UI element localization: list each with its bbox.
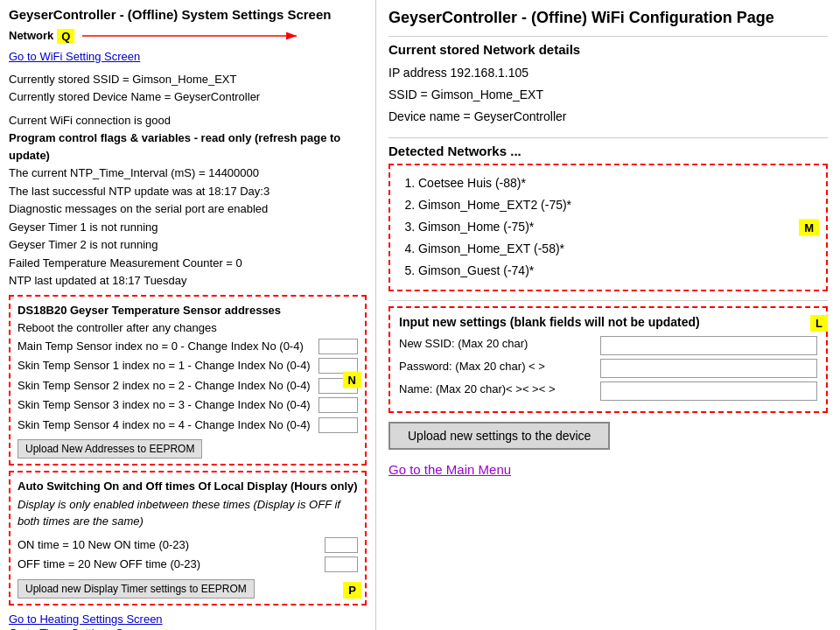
- ssid-line: Currently stored SSID = Gimson_Home_EXT: [9, 71, 367, 88]
- sensor3-input[interactable]: [318, 397, 358, 413]
- ntp-last: NTP last updated at 18:17 Tuesday: [9, 272, 367, 290]
- network-item-3: Gimson_Home (-75)*: [418, 216, 816, 238]
- networks-ol: Coetsee Huis (-88)* Gimson_Home_EXT2 (-7…: [418, 172, 816, 283]
- password-setting-input[interactable]: [600, 359, 817, 378]
- badge-n: N: [343, 372, 361, 388]
- ntp-success: The last successful NTP update was at 18…: [9, 183, 367, 200]
- sensor3-label: Skin Temp Sensor 3 index no = 3 - Change…: [18, 396, 318, 414]
- input-settings-box: L Input new settings (blank fields will …: [388, 306, 828, 413]
- separator-3: [388, 300, 828, 301]
- name-setting-label: Name: (Max 20 char)< >< >< >: [399, 382, 600, 396]
- left-page-title: GeyserController - (Offline) System Sett…: [9, 7, 367, 22]
- auto-switch-subtitle: Display is only enabled inbetween these …: [18, 496, 358, 530]
- device-name-line: Currently stored Device Name = GeyserCon…: [9, 88, 367, 106]
- off-time-input[interactable]: [325, 556, 358, 572]
- detected-section: Detected Networks ... M Coetsee Huis (-8…: [388, 144, 828, 291]
- sensor-main-label: Main Temp Sensor index no = 0 - Change I…: [18, 338, 318, 355]
- networks-list-box: M Coetsee Huis (-88)* Gimson_Home_EXT2 (…: [388, 164, 828, 291]
- input-settings-title: Input new settings (blank fields will no…: [399, 315, 817, 329]
- password-setting-label: Password: (Max 20 char) < >: [399, 360, 600, 373]
- timer2-status: Geyser Timer 2 is not running: [9, 236, 367, 254]
- network-item-5: Gimson_Guest (-74)*: [418, 260, 816, 282]
- network-item-1: Coetsee Huis (-88)*: [418, 172, 816, 194]
- stored-details: IP address 192.168.1.105 SSID = Gimson_H…: [388, 62, 828, 129]
- timer1-status: Geyser Timer 1 is not running: [9, 219, 367, 236]
- badge-m: M: [799, 219, 819, 235]
- diagnostic-msg: Diagnostic messages on the serial port a…: [9, 200, 367, 218]
- upload-eeprom-button[interactable]: Upload New Addresses to EEPROM: [18, 439, 202, 458]
- network-item-4: Gimson_Home_EXT (-58)*: [418, 238, 816, 260]
- device-name-stored: Device name = GeyserController: [388, 106, 828, 128]
- ds18-section: N DS18B20 Geyser Temperature Sensor addr…: [9, 295, 367, 466]
- ds18-subtitle: Reboot the controller after any changes: [18, 319, 358, 337]
- upload-display-button[interactable]: Upload new Display Timer settings to EEP…: [18, 579, 255, 598]
- network-item-2: Gimson_Home_EXT2 (-75)*: [418, 194, 816, 216]
- sensor1-label: Skin Temp Sensor 1 index no = 1 - Change…: [18, 357, 318, 374]
- sensor2-label: Skin Temp Sensor 2 index no = 2 - Change…: [18, 377, 318, 395]
- ssid-stored: SSID = Gimson_Home_EXT: [388, 84, 828, 106]
- left-panel: GeyserController - (Offline) System Sett…: [0, 0, 376, 630]
- auto-switch-section: P Auto Switching On and Off times Of Loc…: [9, 471, 367, 606]
- detected-title: Detected Networks ...: [388, 144, 828, 158]
- ssid-setting-input[interactable]: [600, 336, 817, 355]
- failed-temp: Failed Temperature Measurement Counter =…: [9, 255, 367, 272]
- separator-2: [388, 137, 828, 138]
- on-time-label: ON time = 10 New ON time (0-23): [18, 536, 325, 554]
- arrow-indicator: [78, 27, 305, 45]
- nav-timer-link[interactable]: Go to Timer Settings Screen: [9, 626, 367, 631]
- upload-settings-button[interactable]: Upload new settings to the device: [388, 422, 610, 450]
- badge-l: L: [810, 315, 828, 332]
- stored-network-title: Current stored Network details: [388, 42, 828, 57]
- main-menu-link[interactable]: Go to the Main Menu: [388, 462, 511, 477]
- network-label: Network: [9, 29, 53, 42]
- on-time-input[interactable]: [325, 537, 358, 553]
- separator-1: [388, 36, 828, 37]
- badge-q: Q: [57, 29, 74, 44]
- name-setting-input[interactable]: [600, 382, 817, 401]
- off-time-label: OFF time = 20 New OFF time (0-23): [18, 556, 325, 573]
- sensor4-input[interactable]: [318, 417, 358, 433]
- right-page-title: GeyserController - (Offine) WiFi Configu…: [388, 9, 828, 27]
- wifi-setting-link[interactable]: Go to WiFi Setting Screen: [9, 50, 140, 63]
- ip-address: IP address 192.168.1.105: [388, 62, 828, 84]
- wifi-status: Current WiFi connection is good: [9, 112, 367, 130]
- ds18-title: DS18B20 Geyser Temperature Sensor addres…: [18, 302, 358, 319]
- auto-switch-title: Auto Switching On and Off times Of Local…: [18, 478, 358, 495]
- ntp-interval: The current NTP_Time_Interval (mS) = 144…: [9, 164, 367, 182]
- ssid-setting-label: New SSID: (Max 20 char): [399, 337, 600, 350]
- flags-label: Program control flags & variables - read…: [9, 130, 367, 164]
- nav-heating-link[interactable]: Go to Heating Settings Screen: [9, 612, 367, 626]
- sensor-main-input[interactable]: [318, 339, 358, 354]
- nav-links: Go to Heating Settings Screen Go to Time…: [9, 612, 367, 631]
- badge-p: P: [343, 582, 361, 598]
- right-panel: GeyserController - (Offine) WiFi Configu…: [376, 0, 840, 630]
- sensor4-label: Skin Temp Sensor 4 index no = 4 - Change…: [18, 416, 318, 434]
